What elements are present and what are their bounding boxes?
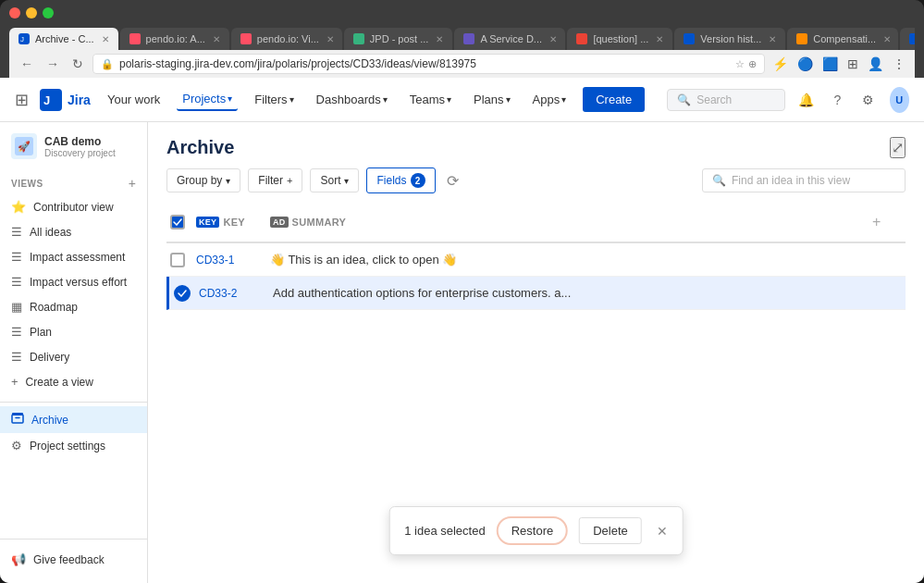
search-bar[interactable]: 🔍 Search xyxy=(667,89,785,111)
sidebar-item-archive[interactable]: Archive xyxy=(0,406,147,433)
tab-close-icon[interactable]: ✕ xyxy=(549,34,557,44)
project-type: Discovery project xyxy=(44,148,136,158)
delete-button[interactable]: Delete xyxy=(579,517,642,544)
row2-key-cell: CD33-2 xyxy=(195,281,269,305)
profile-btn[interactable]: 👤 xyxy=(866,55,885,73)
close-button[interactable] xyxy=(9,7,20,19)
tab-close-icon[interactable]: ✕ xyxy=(326,34,334,44)
projects-chevron-icon: ▾ xyxy=(228,93,232,104)
create-button[interactable]: Create xyxy=(583,87,645,112)
sort-chevron-icon: ▾ xyxy=(344,176,349,186)
nav-dashboards[interactable]: Dashboards ▾ xyxy=(311,89,393,110)
sidebar-item-impact-vs-effort[interactable]: ☰ Impact versus effort xyxy=(0,269,147,294)
tab-version[interactable]: Version hist... ✕ xyxy=(674,28,785,50)
plans-chevron-icon: ▾ xyxy=(506,94,511,105)
group-by-button[interactable]: Group by ▾ xyxy=(166,168,240,192)
forward-button[interactable]: → xyxy=(43,55,63,73)
sidebar-item-impact-assessment[interactable]: ☰ Impact assessment xyxy=(0,244,147,269)
apps-grid-icon[interactable]: ⊞ xyxy=(15,90,29,110)
all-ideas-icon: ☰ xyxy=(11,225,22,239)
address-text: polaris-staging.jira-dev.com/jira/polari… xyxy=(119,57,726,70)
tab-close-icon[interactable]: ✕ xyxy=(436,34,443,44)
tab-label: Version hist... xyxy=(700,33,761,44)
sidebar-item-give-feedback[interactable]: 📢 Give feedback xyxy=(0,547,147,572)
help-button[interactable]: ? xyxy=(828,87,847,113)
filter-add-icon: + xyxy=(287,175,292,186)
extension-btn1[interactable]: ⚡ xyxy=(770,55,790,73)
tab-gmail[interactable]: [question] ... ✕ xyxy=(567,28,672,50)
address-bar[interactable]: 🔒 polaris-staging.jira-dev.com/jira/pola… xyxy=(92,54,765,74)
browser-chrome: J Archive - C... ✕ pendo.io: A... ✕ pend… xyxy=(0,0,924,78)
tab-close-icon[interactable]: ✕ xyxy=(656,34,663,44)
reload-button[interactable]: ↻ xyxy=(68,55,87,73)
nav-plans[interactable]: Plans ▾ xyxy=(468,89,516,110)
expand-button[interactable]: ⤢ xyxy=(890,137,906,158)
toolbar: Group by ▾ Filter + Sort ▾ Fields 2 xyxy=(148,158,924,203)
sort-button[interactable]: Sort ▾ xyxy=(310,168,359,192)
row2-checkbox[interactable] xyxy=(174,285,191,302)
restore-button[interactable]: Restore xyxy=(497,516,569,545)
tab-close-icon[interactable]: ✕ xyxy=(769,34,776,44)
tab-close-icon[interactable]: ✕ xyxy=(883,34,891,44)
extension-btn3[interactable]: 🟦 xyxy=(820,55,840,73)
add-field-icon[interactable]: + xyxy=(872,214,881,230)
traffic-lights xyxy=(9,7,915,19)
extension-btn4[interactable]: ⊞ xyxy=(845,55,860,73)
tab-close-icon[interactable]: ✕ xyxy=(213,34,220,44)
tab-comp[interactable]: Compensati... ✕ xyxy=(787,28,898,50)
header-checkbox[interactable] xyxy=(170,215,185,229)
sidebar-item-create-view[interactable]: + Create a view xyxy=(0,369,147,394)
user-avatar[interactable]: U xyxy=(890,87,909,113)
group-by-label: Group by xyxy=(177,174,222,187)
tab-pendo1[interactable]: pendo.io: A... ✕ xyxy=(120,28,229,50)
add-view-button[interactable]: + xyxy=(129,176,136,191)
notifications-button[interactable]: 🔔 xyxy=(796,87,816,113)
find-input[interactable]: 🔍 Find an idea in this view xyxy=(702,168,906,192)
maximize-button[interactable] xyxy=(43,7,54,19)
notification-close-icon[interactable]: ✕ xyxy=(657,524,668,539)
tab-label: [question] ... xyxy=(593,33,648,44)
nav-filters[interactable]: Filters ▾ xyxy=(249,89,299,110)
row1-checkbox[interactable] xyxy=(170,253,185,267)
sidebar-item-contributor-view[interactable]: ⭐ Contributor view xyxy=(0,194,147,219)
tab-close-icon[interactable]: ✕ xyxy=(102,34,109,44)
sidebar-item-plan[interactable]: ☰ Plan xyxy=(0,319,147,344)
sidebar: 🚀 CAB demo Discovery project VIEWS + ⭐ C… xyxy=(0,122,148,583)
nav-teams[interactable]: Teams ▾ xyxy=(404,89,457,110)
tab-jpd1[interactable]: JPD - post ... ✕ xyxy=(344,28,453,50)
table-row[interactable]: CD33-2 Add authentication options for en… xyxy=(166,277,906,310)
contributor-view-icon: ⭐ xyxy=(11,200,26,214)
extension-icon[interactable]: ⊕ xyxy=(748,58,757,70)
search-icon: 🔍 xyxy=(677,93,691,106)
roadmap-icon: ▦ xyxy=(11,300,22,314)
row1-summary-cell: 👋 This is an idea, click to open 👋 xyxy=(266,247,869,272)
main-layout: 🚀 CAB demo Discovery project VIEWS + ⭐ C… xyxy=(0,122,924,583)
extension-btn2[interactable]: 🔵 xyxy=(795,55,815,73)
star-icon[interactable]: ☆ xyxy=(735,58,745,70)
tab-archive[interactable]: J Archive - C... ✕ xyxy=(9,28,118,50)
sidebar-item-delivery[interactable]: ☰ Delivery xyxy=(0,344,147,369)
project-header: 🚀 CAB demo Discovery project xyxy=(0,133,147,170)
back-button[interactable]: ← xyxy=(17,55,37,73)
bottom-notification: 1 idea selected Restore Delete ✕ xyxy=(388,506,684,555)
refresh-button[interactable]: ⟳ xyxy=(443,168,462,193)
table-row[interactable]: CD33-1 👋 This is an idea, click to open … xyxy=(166,243,906,277)
settings-button[interactable]: ⚙ xyxy=(858,87,878,113)
sidebar-item-all-ideas[interactable]: ☰ All ideas xyxy=(0,219,147,244)
sidebar-item-project-settings[interactable]: ⚙ Project settings xyxy=(0,433,147,458)
apps-chevron-icon: ▾ xyxy=(561,94,566,105)
tab-service[interactable]: A Service D... ✕ xyxy=(454,28,565,50)
fields-button[interactable]: Fields 2 xyxy=(366,167,435,193)
sidebar-item-roadmap[interactable]: ▦ Roadmap xyxy=(0,294,147,319)
nav-your-work[interactable]: Your work xyxy=(102,89,166,110)
tab-pendo2[interactable]: pendo.io: Vi... ✕ xyxy=(231,28,342,50)
header-add-col[interactable]: + xyxy=(869,208,906,236)
tabs-bar: J Archive - C... ✕ pendo.io: A... ✕ pend… xyxy=(9,26,915,50)
filter-button[interactable]: Filter + xyxy=(248,168,302,192)
menu-btn[interactable]: ⋮ xyxy=(891,55,907,73)
nav-apps[interactable]: Apps ▾ xyxy=(527,89,573,110)
project-icon: 🚀 xyxy=(11,133,37,159)
minimize-button[interactable] xyxy=(26,7,37,19)
tab-home[interactable]: Home — Atl... ✕ xyxy=(900,28,915,50)
nav-projects[interactable]: Projects ▾ xyxy=(177,88,238,111)
